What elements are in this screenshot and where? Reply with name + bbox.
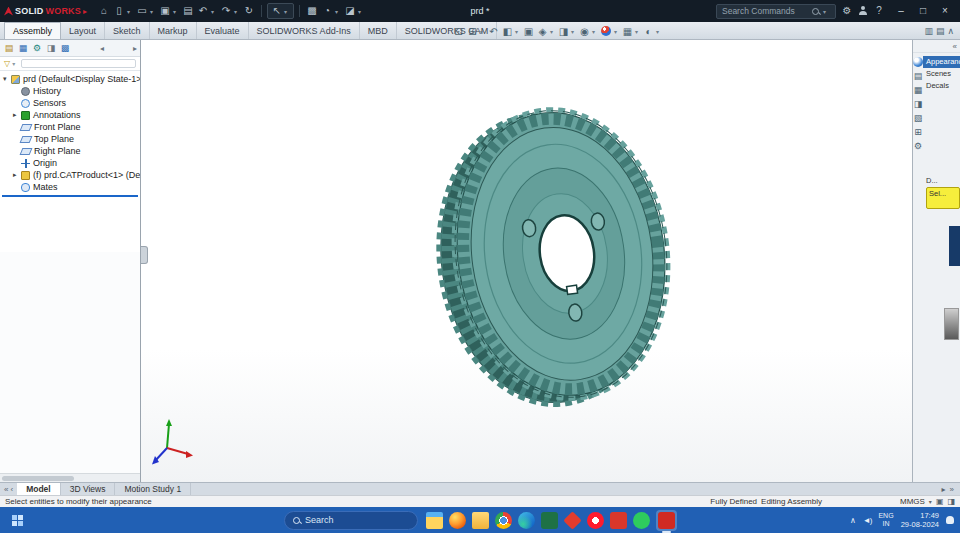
notifications-icon[interactable] [946,516,954,524]
scene-caret-icon[interactable]: ▾ [635,28,641,35]
volume-icon[interactable]: ◄) [863,516,872,525]
tab-overflow-icon[interactable]: » [950,485,954,494]
forum-tab-icon[interactable]: ⊞ [914,127,922,137]
appearance-node[interactable]: Appearance [923,56,960,68]
tree-item-mates[interactable]: Mates [0,181,140,193]
panel-tab-left-icon[interactable]: ◂ [100,44,104,53]
tab-assembly[interactable]: Assembly [4,22,61,39]
tree-item-origin[interactable]: Origin [0,157,140,169]
app-diamond-icon[interactable] [563,511,581,529]
taskbar-clock[interactable]: 17:49 29-08-2024 [901,511,939,529]
gear-model[interactable] [141,40,912,482]
previous-view-icon[interactable]: ↶ [487,23,500,40]
tree-item-right-plane[interactable]: Right Plane [0,145,140,157]
hide-show-items-icon[interactable]: ◉ [578,23,591,40]
misc-tool-1-icon[interactable]: ▩ [305,1,319,21]
search-icon[interactable] [812,8,819,15]
tree-item-annotations[interactable]: ▸ Annotations [0,109,140,121]
status-grid-icon[interactable]: ▣ [936,497,944,506]
excel-icon[interactable] [541,512,558,529]
property-manager-tab-icon[interactable]: ▦ [17,43,29,53]
panel-tab-right-icon[interactable]: ▸ [133,44,137,53]
tab-layout[interactable]: Layout [61,22,105,39]
tab-solidworks-add-ins[interactable]: SOLIDWORKS Add-Ins [249,22,360,39]
resources-tab-icon[interactable]: ⚙ [914,141,922,151]
rollback-bar[interactable] [2,195,138,197]
tab-evaluate[interactable]: Evaluate [197,22,249,39]
tray-expand-icon[interactable]: ∧ [850,516,856,525]
undo-icon[interactable]: ↶ [196,1,210,21]
scenes-node[interactable]: Scenes [923,68,960,80]
scroll-first-icon[interactable]: « [4,485,8,494]
annotation-view-icon[interactable]: ▣ [522,23,535,40]
design-library-icon[interactable]: ▤ [914,71,923,81]
zoom-area-icon[interactable]: ⊞ [466,23,479,40]
tab-markup[interactable]: Markup [150,22,197,39]
rebuild-icon[interactable]: ↻ [242,1,256,21]
new-document-icon[interactable]: ▯ [112,1,126,21]
tree-horizontal-scrollbar[interactable] [0,473,140,482]
zoom-fit-icon[interactable]: ⊡ [452,23,465,40]
panel-options-icon[interactable]: ▤ [936,26,945,36]
display-style-icon[interactable]: ◨ [557,23,570,40]
tab-sketch[interactable]: Sketch [105,22,150,39]
appearance-caret-icon[interactable]: ▾ [614,28,620,35]
view-orientation-icon[interactable]: ◈ [536,23,549,40]
edit-appearance-icon[interactable] [601,26,611,36]
search-caret-icon[interactable]: ▾ [823,8,830,15]
select-caret-icon[interactable]: ▾ [284,8,291,15]
user-account-icon[interactable] [858,6,868,16]
redo-icon[interactable]: ↷ [219,1,233,21]
open-caret-icon[interactable]: ▾ [150,8,157,15]
tree-item-catproduct[interactable]: ▸ (f) prd.CATProduct<1> (Default< [0,169,140,181]
panel-layout-icon[interactable]: ▥ [924,26,933,36]
tree-item-root[interactable]: ▾ prd (Default<Display State-1>) [0,73,140,85]
close-button[interactable]: × [934,0,956,22]
scrollbar-thumb[interactable] [2,476,74,481]
filter-caret-icon[interactable]: ▾ [12,60,19,67]
section-caret-icon[interactable]: ▾ [515,28,521,35]
search-commands-box[interactable]: Search Commands ▾ [716,4,836,19]
file-explorer-icon[interactable] [426,512,443,529]
language-indicator[interactable]: ENG IN [878,512,893,528]
orientation-caret-icon[interactable]: ▾ [550,28,556,35]
tree-item-history[interactable]: History [0,85,140,97]
maximize-button[interactable]: □ [912,0,934,22]
print-icon[interactable]: ▤ [181,1,195,21]
expander-open-icon[interactable]: ▾ [3,75,11,83]
misc3-caret-icon[interactable]: ▾ [358,8,365,15]
tab-options-icon[interactable]: ▸ [942,485,946,494]
display-caret-icon[interactable]: ▾ [571,28,577,35]
feature-tree-tab-icon[interactable]: ▤ [3,43,15,53]
save-icon[interactable]: ▣ [158,1,172,21]
select-tool-group[interactable]: ↖ ▾ [267,3,294,19]
misc2-caret-icon[interactable]: ▾ [335,8,342,15]
configuration-manager-tab-icon[interactable]: ⚙ [31,43,43,53]
undo-caret-icon[interactable]: ▾ [211,8,218,15]
tree-item-top-plane[interactable]: Top Plane [0,133,140,145]
graphics-viewport[interactable] [141,40,912,482]
folder-icon[interactable] [472,512,489,529]
apply-scene-icon[interactable]: ▦ [621,23,634,40]
scroll-prev-icon[interactable]: ‹ [10,485,13,494]
firefox-icon[interactable] [449,512,466,529]
units-selector[interactable]: MMGS [900,497,925,506]
zoom-caret-icon[interactable]: ▾ [480,28,486,35]
collapse-ribbon-icon[interactable]: ∧ [947,26,954,36]
display-manager-tab-icon[interactable]: ◨ [45,43,57,53]
filter-input[interactable] [21,59,136,68]
settings-gear-icon[interactable]: ⚙ [840,1,854,21]
custom-properties-icon[interactable]: ▧ [914,113,923,123]
open-document-icon[interactable]: ▭ [135,1,149,21]
panel-splitter-handle[interactable] [141,246,148,264]
taskbar-search[interactable]: Search [284,511,418,530]
section-view-icon[interactable]: ◧ [501,23,514,40]
edge-icon[interactable] [518,512,535,529]
misc-tool-2-icon[interactable]: ◔ [320,1,334,21]
tab-mbd[interactable]: MBD [360,22,397,39]
hideshow-caret-icon[interactable]: ▾ [592,28,598,35]
select-arrow-icon[interactable]: ↖ [270,1,284,21]
redo-caret-icon[interactable]: ▾ [234,8,241,15]
filter-funnel-icon[interactable]: ▽ [4,59,10,68]
status-panel-icon[interactable]: ◨ [947,497,955,506]
